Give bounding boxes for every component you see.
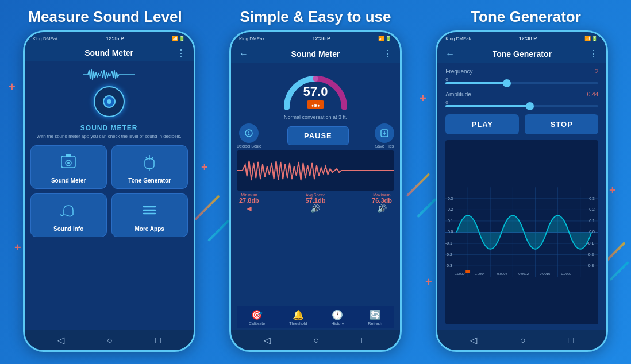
svg-text:0.0008: 0.0008	[497, 272, 507, 276]
phone-2: King DMPak 12:36 P 📶🔋 ← Sound Meter ⋮ ●◉…	[229, 30, 402, 352]
svg-text:0.0: 0.0	[448, 230, 453, 234]
waveform-svg	[237, 150, 394, 191]
stat-max: Maximum 76.3db 🔊	[372, 193, 392, 213]
pause-button[interactable]: PAUSE	[287, 126, 349, 145]
more-apps-btn-icon	[140, 201, 159, 223]
frequency-thumb[interactable]	[503, 79, 511, 87]
frequency-fill	[445, 82, 506, 84]
controls-row: Decibel Scale PAUSE Save Files	[237, 123, 394, 148]
tab-history[interactable]: 🕐 History	[331, 309, 344, 326]
heading-center: Simple & Easy to use	[211, 8, 420, 26]
save-files-label: Save Files	[375, 144, 394, 148]
phone1-title: Sound Meter	[33, 48, 186, 57]
phone3-menu[interactable]: ⋮	[589, 48, 598, 59]
phone1-btn-sound-meter-label: Sound Meter	[51, 177, 86, 184]
svg-text:0.0020: 0.0020	[561, 272, 572, 276]
svg-text:0.2: 0.2	[590, 207, 595, 211]
phone1-btn-more-apps-label: More Apps	[135, 226, 164, 232]
wave-chart: 0.3 0.2 0.1 0.0 -0.1 -0.2 -0.3 0.3 0.2 0…	[445, 140, 598, 324]
eye-inner	[103, 95, 116, 108]
phone2-content: ●◉● 57.0 Normal conversation at 3 ft. De…	[231, 63, 400, 330]
phone1-sound-meter-desc: With the sound meter app you can check t…	[31, 133, 187, 140]
phone2-nav-recent[interactable]: □	[361, 335, 367, 346]
phone2-status-bar: King DMPak 12:36 P 📶🔋	[231, 32, 400, 44]
decibel-scale-label: Decibel Scale	[237, 144, 261, 148]
stop-button[interactable]: STOP	[525, 114, 598, 134]
phone1-status-bar: King DMPak 12:35 P 📶🔋	[25, 32, 194, 44]
phone3-back[interactable]: ←	[445, 49, 455, 59]
phone1-nav: ◁ ○ □	[25, 330, 194, 350]
frequency-label: Frequency	[445, 68, 472, 75]
phone1-btn-sound-meter[interactable]: Sound Meter	[30, 145, 107, 189]
amplitude-group: Amplitude 0.44 0	[445, 91, 598, 109]
phone2-title: Sound Meter	[291, 49, 340, 59]
phone3-nav-recent[interactable]: □	[568, 335, 574, 346]
eye-icon	[94, 86, 125, 117]
waveform-area	[237, 150, 394, 191]
stat-min-icon: ◄	[245, 204, 253, 213]
stat-avg: Avg Speed 57.1db 🔊	[306, 193, 326, 213]
sound-meter-btn-icon	[59, 153, 78, 175]
svg-text:-0.1: -0.1	[445, 241, 452, 245]
phone1-nav-back[interactable]: ◁	[57, 335, 64, 346]
eye-pupil	[107, 99, 111, 104]
heading-left: Measure Sound Level	[1, 8, 209, 26]
amplitude-thumb[interactable]	[526, 102, 534, 110]
stat-min-value: 27.8db	[239, 197, 259, 204]
phone2-back[interactable]: ←	[239, 49, 248, 59]
decibel-scale-btn[interactable]	[239, 123, 259, 143]
phone1-btn-sound-info[interactable]: Sound Info	[30, 193, 107, 237]
stat-avg-value: 57.1db	[306, 197, 326, 204]
phone2-time: 12:36 P	[312, 36, 330, 41]
amplitude-track[interactable]	[445, 105, 598, 107]
phone-3: King DMPak 12:38 P 📶🔋 ← Tone Generator ⋮…	[436, 30, 608, 352]
tab-threshold[interactable]: 🔔 Threshold	[289, 309, 307, 326]
svg-text:0.0000: 0.0000	[455, 272, 465, 276]
phone3-nav: ◁ ○ □	[437, 330, 606, 350]
stats-row: Minimum 27.8db ◄ Avg Speed 57.1db 🔊 Maxi…	[237, 193, 394, 213]
stat-avg-label: Avg Speed	[306, 193, 325, 197]
svg-text:0.0012: 0.0012	[518, 272, 529, 276]
phone3-carrier: King DMPak	[445, 36, 471, 41]
phone1-btn-more-apps[interactable]: More Apps	[111, 193, 188, 237]
play-button[interactable]: PLAY	[445, 114, 519, 134]
normal-conv: Normal conversation at 3 ft.	[284, 114, 347, 120]
phone3-title: Tone Generator	[493, 49, 552, 59]
save-files-btn[interactable]	[375, 123, 394, 143]
amplitude-min: 0	[445, 100, 448, 105]
gauge-value: 57.0	[303, 84, 328, 99]
phone2-nav: ◁ ○ □	[231, 330, 400, 350]
stat-min-label: Minimum	[241, 193, 257, 197]
stat-avg-icon: 🔊	[310, 204, 320, 213]
calibrate-label: Calibrate	[249, 322, 265, 326]
amplitude-range-row: 0	[445, 100, 598, 105]
phone1-nav-home[interactable]: ○	[107, 335, 113, 346]
phone3-nav-back[interactable]: ◁	[470, 335, 477, 346]
phone1-nav-recent[interactable]: □	[155, 335, 161, 346]
frequency-track[interactable]	[445, 82, 598, 84]
amplitude-header: Amplitude 0.44	[445, 91, 598, 98]
svg-text:0.3: 0.3	[448, 196, 453, 200]
phone1-menu[interactable]: ⋮	[176, 48, 186, 59]
tab-refresh[interactable]: 🔄 Refresh	[368, 309, 382, 326]
phone1-btn-tone-gen[interactable]: Tone Generator	[111, 145, 188, 189]
wave-chart-svg: 0.3 0.2 0.1 0.0 -0.1 -0.2 -0.3 0.3 0.2 0…	[445, 140, 598, 324]
phone2-nav-home[interactable]: ○	[313, 335, 319, 346]
tab-calibrate[interactable]: 🎯 Calibrate	[249, 309, 265, 326]
frequency-value: 2	[595, 68, 599, 75]
svg-point-13	[248, 134, 250, 135]
phone2-nav-back[interactable]: ◁	[264, 335, 271, 346]
phone3-status-bar: King DMPak 12:38 P 📶🔋	[437, 32, 606, 44]
amplitude-fill	[445, 105, 529, 107]
svg-text:●◉●: ●◉●	[311, 103, 320, 107]
phone1-sound-meter-label: SOUND METER	[80, 124, 138, 132]
threshold-label: Threshold	[289, 322, 307, 326]
phone3-nav-home[interactable]: ○	[520, 335, 526, 346]
svg-text:0.0004: 0.0004	[475, 272, 486, 276]
phone2-carrier: King DMPak	[239, 36, 264, 41]
sound-info-btn-icon	[59, 201, 78, 223]
phone1-btn-tone-gen-label: Tone Generator	[128, 177, 171, 184]
phone1-carrier: King DMPak	[33, 36, 58, 41]
phone2-menu[interactable]: ⋮	[383, 48, 392, 59]
gauge-area: ●◉● 57.0	[278, 67, 353, 113]
